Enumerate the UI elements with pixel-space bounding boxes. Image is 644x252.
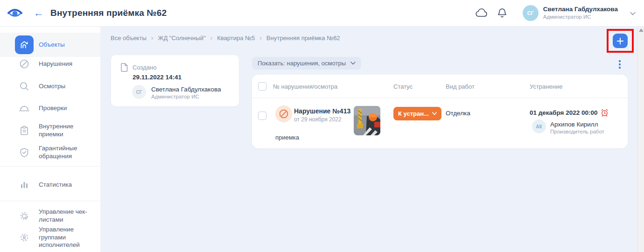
app-window: ← Внутренняя приёмка №62 СГ Светлана Габ… (0, 0, 644, 252)
sidebar-divider (0, 166, 100, 167)
sidebar-item-checklist-management[interactable]: Управление чек-листами (0, 205, 100, 227)
sidebar-nav: Объекты Нарушения Осмо (0, 27, 100, 252)
user-menu-chevron-icon[interactable] (630, 9, 636, 17)
work-type: Отделка (446, 110, 470, 117)
sidebar-item-label: Гарантийные обращения (39, 145, 96, 161)
violation-tag: приемка (275, 134, 299, 141)
alarm-clock-icon (601, 109, 609, 117)
back-arrow-icon[interactable]: ← (34, 8, 44, 18)
breadcrumb-apartment[interactable]: Квартира №5 (217, 35, 255, 42)
violation-photo-thumbnail[interactable] (354, 106, 380, 135)
home-icon (15, 35, 34, 54)
chevron-down-icon (350, 62, 356, 65)
magnifier-icon (19, 81, 30, 91)
cloud-sync-icon[interactable] (471, 8, 492, 18)
breadcrumb-current: Внутренняя приёмка №62 (266, 35, 340, 42)
sidebar-item-violations[interactable]: Нарушения (0, 53, 100, 75)
column-header-status: Статус (393, 83, 413, 90)
sidebar-item-statistics[interactable]: Статистика (0, 174, 100, 196)
user-info: Светлана Габдулхакова Администратор ИС (543, 6, 618, 20)
sidebar-item-label: Управление чек-листами (39, 208, 96, 224)
chevron-down-icon (432, 112, 437, 115)
header-actions: СГ Светлана Габдулхакова Администратор И… (471, 5, 644, 21)
created-label: Создано (133, 64, 156, 71)
app-logo-eye-icon[interactable] (0, 7, 30, 19)
bar-chart-icon (19, 180, 30, 189)
table-options-kebab-menu[interactable] (618, 59, 622, 70)
column-header-resolution: Устранение (530, 83, 562, 90)
author-role: Администратор ИС (151, 94, 199, 99)
document-icon (120, 63, 128, 74)
main-content: Все объекты › ЖД "Солнечный" › Квартира … (100, 27, 644, 252)
assignee-role: Производитель работ (550, 129, 604, 134)
page-title: Внутренняя приёмка №62 (50, 8, 167, 18)
user-name: Светлана Габдулхакова (543, 6, 618, 14)
violation-date: от 29 ноября 2022 (294, 116, 342, 123)
shield-check-icon (19, 147, 30, 158)
show-filter-dropdown[interactable]: Показать: нарушения, осмотры (252, 57, 361, 70)
annotation-highlight-box (607, 29, 634, 53)
violation-title-link[interactable]: Нарушение №413 (294, 107, 350, 115)
column-header-number: № нарушения/осмотра (273, 83, 337, 90)
violation-icon (275, 105, 292, 122)
clipboard-icon (19, 126, 30, 136)
deadline: 01 декабря 2022 00:00 (530, 109, 609, 117)
sidebar-item-executor-groups-management[interactable]: Управление группами исполнителей (0, 224, 100, 251)
breadcrumb-residential[interactable]: ЖД "Солнечный" (158, 35, 205, 42)
sidebar-item-label: Внутренние приемки (39, 123, 96, 139)
bell-icon[interactable] (492, 8, 512, 18)
author-avatar: СГ (132, 85, 146, 99)
creation-info-card: Создано 29.11.2022 14:41 СГ Светлана Габ… (111, 55, 239, 106)
user-avatar[interactable]: СГ (523, 5, 539, 21)
sidebar-item-inspections[interactable]: Осмотры (0, 75, 100, 98)
breadcrumb: Все объекты › ЖД "Солнечный" › Квартира … (111, 34, 340, 42)
filter-label: Показать: нарушения, осмотры (258, 60, 346, 67)
deadline-text: 01 декабря 2022 00:00 (530, 109, 597, 116)
sidebar-item-internal-acceptances[interactable]: Внутренние приемки (0, 119, 100, 142)
hard-hat-icon (19, 103, 30, 113)
assignee-avatar: АК (532, 119, 546, 133)
status-label: К устран... (398, 110, 429, 117)
breadcrumb-separator: › (210, 34, 213, 42)
sidebar-item-label: Статистика (39, 181, 72, 189)
table-header: № нарушения/осмотра Статус Вид работ Уст… (252, 75, 628, 98)
table-row: Нарушение №413 от 29 ноября 2022 приемка (252, 98, 628, 148)
column-header-work-type: Вид работ (446, 83, 475, 90)
sidebar-divider (0, 201, 100, 201)
status-dropdown-button[interactable]: К устран... (393, 107, 441, 120)
sidebar-item-label: Проверки (39, 105, 67, 112)
breadcrumb-all-objects[interactable]: Все объекты (111, 35, 147, 42)
breadcrumb-separator: › (151, 34, 154, 42)
gear-person-icon (19, 232, 30, 243)
author-name: Светлана Габдулхакова (151, 86, 221, 93)
sidebar-item-warranty-claims[interactable]: Гарантийные обращения (0, 141, 100, 164)
gear-check-icon (19, 211, 30, 221)
no-entry-icon (19, 59, 30, 69)
sidebar-item-label: Осмотры (39, 83, 65, 91)
sidebar-item-label: Объекты (39, 41, 65, 49)
top-header: ← Внутренняя приёмка №62 СГ Светлана Габ… (0, 0, 644, 27)
items-table: № нарушения/осмотра Статус Вид работ Уст… (252, 75, 628, 148)
sidebar-item-checks[interactable]: Проверки (0, 97, 100, 119)
scroll-up-arrow-icon[interactable] (639, 28, 644, 32)
assignee-name: Архипов Кирилл (550, 121, 598, 128)
created-timestamp: 29.11.2022 14:41 (133, 74, 182, 81)
vertical-scrollbar[interactable] (637, 27, 644, 252)
plus-icon (613, 34, 628, 48)
user-role: Администратор ИС (543, 14, 618, 20)
breadcrumb-separator: › (259, 34, 262, 42)
select-all-checkbox[interactable] (258, 82, 266, 91)
add-button[interactable] (613, 34, 628, 48)
row-checkbox[interactable] (258, 112, 266, 120)
sidebar-item-label: Нарушения (39, 60, 72, 68)
sidebar-item-label: Управление группами исполнителей (39, 226, 96, 250)
